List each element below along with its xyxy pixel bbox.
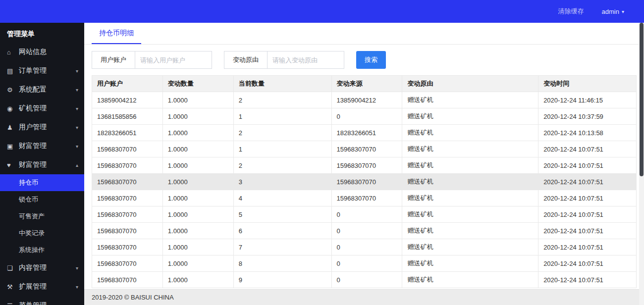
- cell-change-source: 13859004212: [331, 92, 402, 108]
- cell-current-amount: 6: [233, 223, 331, 239]
- account-input-group: 用户账户: [92, 51, 212, 69]
- sidebar-item-order-mgmt[interactable]: ▤ 订单管理 ▾: [0, 61, 84, 80]
- cell-user-account: 15968307070: [92, 174, 163, 190]
- chevron-icon: ▾: [76, 144, 78, 149]
- holding-coin-table: 用户账户 变动数量 当前数量 变动来源 变动原由 变动时间: [92, 75, 637, 288]
- user-menu[interactable]: admin ▾: [602, 8, 624, 15]
- sidebar-item-system-config[interactable]: ⚙ 系统配置 ▾: [0, 80, 84, 99]
- table-row[interactable]: 13681585856 1.0000 1 0 赠送矿机 2020-12-24 1…: [92, 108, 637, 125]
- table-row[interactable]: 15968307070 1.0000 5 0 赠送矿机 2020-12-24 1…: [92, 206, 637, 223]
- cell-change-source: 15968307070: [331, 141, 402, 157]
- menu-item-label: 财富管理: [19, 142, 76, 151]
- cell-change-reason: 赠送矿机: [402, 272, 538, 288]
- table-row[interactable]: 18283266051 1.0000 2 18283266051 赠送矿机 20…: [92, 125, 637, 141]
- cell-change-reason: 赠送矿机: [402, 141, 538, 157]
- scrollbar-thumb[interactable]: [640, 23, 644, 176]
- tab-holding-coin-detail[interactable]: 持仓币明细: [92, 23, 141, 44]
- cell-change-source: 15968307070: [331, 190, 402, 206]
- cell-change-source: 18283266051: [331, 125, 402, 141]
- sidebar-item-miner-mgmt[interactable]: ◉ 矿机管理 ▾: [0, 99, 84, 118]
- table-row[interactable]: 15968307070 1.0000 3 15968307070 赠送矿机 20…: [92, 174, 637, 190]
- sidebar-item-locked-coin[interactable]: 锁仓币: [0, 191, 84, 208]
- orders-icon: ▤: [7, 67, 19, 75]
- cell-change-amount: 1.0000: [162, 92, 233, 108]
- cell-change-reason: 赠送矿机: [402, 255, 538, 272]
- menu-item-label: 锁仓币: [19, 195, 78, 204]
- cell-change-source: 15968307070: [331, 157, 402, 174]
- sidebar-item-site-info[interactable]: ⌂ 网站信息: [0, 43, 84, 61]
- chevron-icon: ▾: [76, 303, 78, 305]
- tabbar: 持仓币明细: [84, 23, 644, 45]
- cell-change-source: 0: [331, 206, 402, 223]
- cell-change-reason: 赠送矿机: [402, 92, 538, 108]
- menu-item-label: 扩展管理: [19, 282, 76, 291]
- cell-change-source: 0: [331, 239, 402, 255]
- cell-change-reason: 赠送矿机: [402, 239, 538, 255]
- reason-input[interactable]: [268, 51, 344, 69]
- sidebar-item-holding-coin[interactable]: 持仓币: [0, 174, 84, 191]
- sidebar-item-user-mgmt[interactable]: ♟ 用户管理 ▾: [0, 118, 84, 137]
- cell-user-account: 15968307070: [92, 206, 163, 223]
- cell-change-time: 2020-12-24 11:46:15: [538, 92, 637, 108]
- cell-change-time: 2020-12-24 10:07:51: [538, 141, 637, 157]
- table-row[interactable]: 15968307070 1.0000 2 15968307070 赠送矿机 20…: [92, 157, 637, 174]
- cell-change-reason: 赠送矿机: [402, 190, 538, 206]
- cell-current-amount: 1: [233, 108, 331, 125]
- sidebar-item-system-ops[interactable]: 系统操作: [0, 242, 84, 258]
- table-row[interactable]: 15968307070 1.0000 1 15968307070 赠送矿机 20…: [92, 141, 637, 157]
- reason-input-group: 变动原由: [224, 51, 344, 69]
- sidebar-item-sellable-assets[interactable]: 可售资产: [0, 208, 84, 225]
- sidebar-title: 管理菜单: [0, 23, 84, 43]
- table-row[interactable]: 15968307070 1.0000 4 15968307070 赠送矿机 20…: [92, 190, 637, 206]
- sidebar-item-winning-records[interactable]: 中奖记录: [0, 225, 84, 242]
- cell-change-time: 2020-12-24 10:07:51: [538, 190, 637, 206]
- menu-item-label: 系统配置: [19, 85, 76, 94]
- cell-user-account: 13859004212: [92, 92, 163, 108]
- table-body: 13859004212 1.0000 2 13859004212 赠送矿机 20…: [92, 92, 637, 288]
- cell-user-account: 15968307070: [92, 272, 163, 288]
- account-label: 用户账户: [92, 51, 135, 69]
- cell-change-time: 2020-12-24 10:13:58: [538, 125, 637, 141]
- menu-item-label: 中奖记录: [19, 229, 78, 238]
- column-header: 变动数量: [162, 76, 233, 92]
- sidebar-item-wealth-mgmt-1[interactable]: ▣ 财富管理 ▾: [0, 137, 84, 155]
- column-header: 变动时间: [538, 76, 637, 92]
- cell-user-account: 15968307070: [92, 157, 163, 174]
- sidebar-item-content-mgmt[interactable]: ❏ 内容管理 ▾: [0, 258, 84, 277]
- cell-change-amount: 1.0000: [162, 190, 233, 206]
- sidebar-item-wealth-mgmt-2[interactable]: ♥ 财富管理 ▴: [0, 155, 84, 174]
- table-row[interactable]: 15968307070 1.0000 9 0 赠送矿机 2020-12-24 1…: [92, 272, 637, 288]
- cell-change-time: 2020-12-24 10:07:51: [538, 223, 637, 239]
- cell-change-time: 2020-12-24 10:07:51: [538, 206, 637, 223]
- cell-change-time: 2020-12-24 10:07:51: [538, 239, 637, 255]
- chevron-icon: ▾: [76, 284, 78, 290]
- sidebar-item-menu-mgmt[interactable]: ☰ 菜单管理 ▾: [0, 296, 84, 305]
- footer: 2019-2020 © BAISUI CHINA: [84, 289, 644, 305]
- menu-item-label: 订单管理: [19, 66, 76, 75]
- cell-change-time: 2020-12-24 10:07:51: [538, 157, 637, 174]
- menu-item-label: 内容管理: [19, 263, 76, 272]
- clear-cache-button[interactable]: 清除缓存: [558, 7, 584, 16]
- table-row[interactable]: 15968307070 1.0000 6 0 赠送矿机 2020-12-24 1…: [92, 223, 637, 239]
- gear-icon: ⚙: [7, 86, 19, 94]
- cell-current-amount: 2: [233, 157, 331, 174]
- cell-change-amount: 1.0000: [162, 157, 233, 174]
- cell-change-time: 2020-12-24 10:07:51: [538, 272, 637, 288]
- sidebar-item-extension-mgmt[interactable]: ⚒ 扩展管理 ▾: [0, 277, 84, 296]
- cell-current-amount: 5: [233, 206, 331, 223]
- table-header-row: 用户账户 变动数量 当前数量 变动来源 变动原由 变动时间: [92, 76, 637, 92]
- copyright-text: 2019-2020 © BAISUI CHINA: [92, 294, 174, 301]
- account-input[interactable]: [135, 51, 212, 69]
- sidebar: 管理菜单 ⌂ 网站信息 ▤ 订单管理 ▾ ⚙ 系统配置 ▾: [0, 23, 84, 305]
- chevron-icon: ▾: [76, 106, 78, 111]
- cell-change-amount: 1.0000: [162, 206, 233, 223]
- chevron-icon: ▾: [76, 265, 78, 271]
- search-button[interactable]: 搜索: [356, 51, 386, 69]
- table-row[interactable]: 15968307070 1.0000 7 0 赠送矿机 2020-12-24 1…: [92, 239, 637, 255]
- table-row[interactable]: 13859004212 1.0000 2 13859004212 赠送矿机 20…: [92, 92, 637, 108]
- cell-user-account: 15968307070: [92, 239, 163, 255]
- cell-change-reason: 赠送矿机: [402, 108, 538, 125]
- cell-change-time: 2020-12-24 10:07:51: [538, 255, 637, 272]
- cell-change-reason: 赠送矿机: [402, 157, 538, 174]
- table-row[interactable]: 15968307070 1.0000 8 0 赠送矿机 2020-12-24 1…: [92, 255, 637, 272]
